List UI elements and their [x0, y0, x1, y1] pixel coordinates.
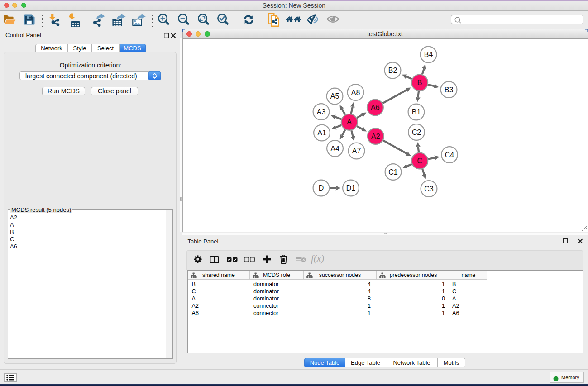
svg-text:C3: C3: [424, 185, 434, 193]
svg-text:C4: C4: [445, 151, 454, 159]
svg-text:A2: A2: [371, 133, 380, 140]
svg-text:A5: A5: [330, 92, 339, 100]
svg-text:C2: C2: [412, 129, 421, 136]
svg-text:A7: A7: [352, 147, 361, 155]
svg-text:B4: B4: [424, 51, 433, 58]
svg-text:B2: B2: [388, 67, 397, 74]
svg-text:B3: B3: [445, 86, 454, 94]
svg-text:C1: C1: [388, 168, 398, 176]
svg-text:A3: A3: [317, 108, 326, 116]
svg-text:D1: D1: [346, 184, 356, 192]
svg-text:A4: A4: [330, 145, 339, 152]
svg-text:A1: A1: [317, 129, 326, 137]
svg-text:A6: A6: [371, 104, 380, 111]
svg-text:A8: A8: [351, 89, 360, 96]
svg-text:B1: B1: [412, 108, 421, 116]
svg-text:C: C: [417, 157, 423, 165]
svg-text:B: B: [417, 79, 422, 86]
svg-text:A: A: [347, 118, 352, 126]
svg-text:D: D: [319, 184, 324, 192]
